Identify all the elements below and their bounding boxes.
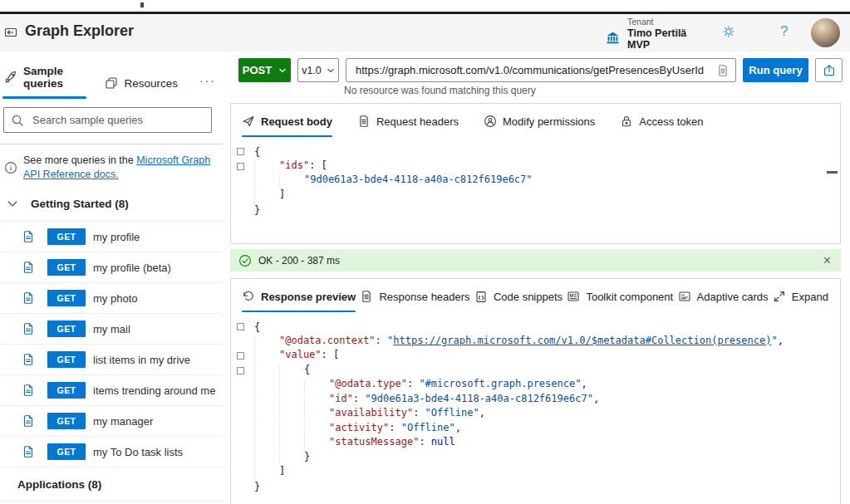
fold-marker-icon[interactable] (234, 148, 247, 155)
response-preview-editor: {"@odata.context": "https://graph.micros… (231, 320, 840, 494)
method-badge: GET (47, 443, 86, 460)
code-line[interactable]: "9d0e61a3-bde4-4118-a40a-c812f619e6c7" (231, 174, 840, 188)
lock-icon (620, 115, 633, 128)
code-line[interactable]: ] (231, 188, 840, 203)
tab-label: Modify permissions (503, 115, 595, 128)
group-label: Getting Started (8) (31, 198, 129, 210)
code-line[interactable]: "statusMessage": null (231, 436, 840, 451)
api-version-dropdown[interactable]: v1.0 (297, 58, 339, 82)
collapse-sidebar-icon[interactable] (4, 26, 17, 42)
code-line[interactable]: "@odata.context": "https://graph.microso… (231, 335, 840, 350)
tab-toolkit-component[interactable]: Toolkit component (567, 290, 673, 312)
sidebar: Sample queriesResources··· See more quer… (0, 51, 223, 504)
tab-modify-permissions[interactable]: Modify permissions (484, 115, 595, 137)
undo-icon (242, 290, 255, 303)
status-text: OK - 200 - 387 ms (258, 255, 340, 267)
card-icon (678, 290, 691, 303)
tenant-org: MVP (627, 39, 686, 51)
sample-query-my-profile-beta[interactable]: GETmy profile (beta) (0, 252, 223, 282)
tab-label: Request headers (376, 115, 459, 128)
avatar[interactable] (811, 18, 840, 47)
code-text: "@odata.type": "#microsoft.graph.presenc… (254, 378, 587, 392)
request-body-editor: {"ids": ["9d0e61a3-bde4-4118-a40a-c812f6… (231, 144, 840, 218)
tab-resources[interactable]: Resources (105, 76, 178, 99)
run-query-button[interactable]: Run query (743, 58, 808, 82)
tab-access-token[interactable]: Access token (620, 115, 703, 137)
code-line[interactable]: "activity": "Offline", (231, 422, 840, 437)
code-line[interactable]: } (231, 203, 840, 218)
app-header: Graph Explorer Tenant Timo Pertilä MVP ? (0, 14, 850, 51)
code-icon (474, 290, 488, 303)
tenant-switcher[interactable]: Tenant Timo Pertilä MVP (606, 17, 686, 51)
http-method-label: POST (243, 64, 272, 76)
query-bar: POST v1.0 Run query (238, 58, 843, 82)
code-text: { (254, 146, 260, 158)
http-method-dropdown[interactable]: POST (238, 58, 291, 82)
sample-query-my-manager[interactable]: GETmy manager (0, 405, 223, 436)
stack-icon (105, 76, 118, 90)
tab-expand[interactable]: Expand (773, 290, 828, 312)
tab-label: Resources (124, 77, 178, 90)
tab-label: Request body (261, 115, 332, 128)
code-line[interactable]: { (231, 320, 840, 335)
code-line[interactable]: } (231, 480, 840, 495)
tab-adaptive-cards[interactable]: Adaptive cards (678, 290, 769, 312)
sidebar-group-applications-8[interactable]: Applications (8) (0, 467, 223, 501)
search-input[interactable] (31, 113, 204, 127)
query-url-box (346, 58, 736, 82)
tab-label: Response headers (379, 291, 469, 303)
help-icon[interactable]: ? (780, 23, 788, 40)
document-icon (357, 115, 371, 128)
sample-query-my-profile[interactable]: GETmy profile (0, 221, 223, 252)
more-icon[interactable]: ··· (199, 74, 216, 99)
fold-marker-icon[interactable] (234, 367, 247, 374)
code-line[interactable]: "ids": [ (231, 159, 840, 174)
response-status-bar: OK - 200 - 387 ms × (230, 249, 841, 272)
code-line[interactable]: { (231, 144, 840, 159)
graph-explorer-app: Graph Explorer Tenant Timo Pertilä MVP ?… (0, 0, 850, 504)
request-panel: Request bodyRequest headersModify permis… (230, 103, 841, 244)
gear-icon[interactable] (722, 25, 735, 41)
tenant-name: Timo Pertilä (627, 27, 686, 39)
send-icon (242, 115, 255, 128)
sample-query-my-photo[interactable]: GETmy photo (0, 282, 223, 313)
fold-marker-icon[interactable] (234, 163, 247, 170)
code-text: "statusMessage": null (254, 436, 455, 450)
url-document-icon[interactable] (716, 64, 730, 77)
method-badge: GET (47, 413, 86, 429)
code-line[interactable]: { (231, 364, 840, 379)
sample-query-label: my To Do task lists (93, 446, 183, 458)
sidebar-group-batching-2[interactable]: Batching (2) (0, 501, 223, 504)
check-circle-icon (238, 254, 252, 267)
tab-sample-queries[interactable]: Sample queries (4, 65, 83, 99)
tab-response-headers[interactable]: Response headers (360, 290, 469, 312)
fold-marker-icon[interactable] (234, 323, 247, 330)
sample-query-items-trending-around-me[interactable]: GETitems trending around me (0, 374, 223, 405)
tab-request-headers[interactable]: Request headers (357, 115, 459, 137)
code-line[interactable]: } (231, 451, 840, 466)
fold-marker-icon[interactable] (234, 352, 247, 360)
sidebar-group-getting-started[interactable]: Getting Started (8) (0, 181, 223, 210)
code-line[interactable]: "id": "9d0e61a3-bde4-4118-a40a-c812f619e… (231, 393, 840, 408)
code-line[interactable]: "availability": "Offline", (231, 407, 840, 422)
tab-label: Code snippets (494, 291, 563, 303)
collapsed-groups: Applications (8)Batching (2) (0, 467, 223, 504)
tab-response-preview[interactable]: Response preview (242, 290, 356, 312)
tenant-building-icon (606, 25, 620, 51)
url-hint-text: No resource was found matching this quer… (344, 85, 843, 96)
query-url-input[interactable] (354, 63, 711, 77)
share-query-button[interactable] (815, 58, 843, 82)
sample-query-my-to-do-task-lists[interactable]: GETmy To Do task lists (0, 436, 223, 467)
code-line[interactable]: ] (231, 465, 840, 480)
sample-query-list-items-in-my-drive[interactable]: GETlist items in my drive (0, 344, 223, 374)
tab-request-body[interactable]: Request body (242, 115, 332, 137)
file-icon (22, 353, 35, 366)
tab-code-snippets[interactable]: Code snippets (474, 290, 563, 312)
file-icon (22, 384, 35, 397)
sample-query-my-mail[interactable]: GETmy mail (0, 313, 223, 344)
code-line[interactable]: "@odata.type": "#microsoft.graph.presenc… (231, 378, 840, 393)
main-area: POST v1.0 Run query No resource was foun… (230, 51, 850, 504)
close-icon[interactable]: × (822, 254, 833, 267)
code-line[interactable]: "value": [ (231, 349, 840, 364)
file-icon (22, 291, 35, 305)
